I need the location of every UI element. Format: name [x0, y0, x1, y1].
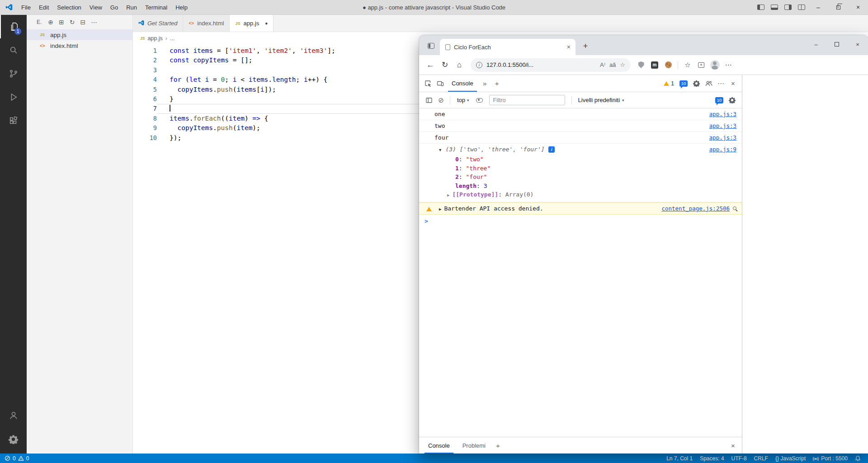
favorite-star-icon[interactable]: ☆: [620, 61, 625, 68]
messages-chip[interactable]: 10: [679, 80, 688, 87]
read-aloud-icon[interactable]: A⁾: [600, 61, 605, 68]
console-source-link[interactable]: app.js:3: [703, 122, 736, 129]
editor-tab-app.js[interactable]: JSapp.js●: [230, 15, 274, 32]
clear-console-icon[interactable]: ⊘: [435, 94, 447, 106]
edge-maximize-button[interactable]: [826, 36, 847, 52]
expand-arrow-icon[interactable]: ▶: [439, 207, 441, 211]
file-item-index.html[interactable]: <>index.html: [27, 40, 132, 51]
drawer-more-tools-icon[interactable]: +: [492, 440, 504, 452]
log-levels-selector[interactable]: Livelli predefiniti ▾: [575, 95, 628, 105]
console-source-link[interactable]: app.js:9: [703, 146, 736, 153]
vscode-restore-button[interactable]: [828, 0, 848, 15]
address-bar[interactable]: i 127.0.0.1:5500/i... A⁾ aã ☆: [471, 58, 631, 72]
vscode-minimize-button[interactable]: –: [808, 0, 828, 15]
notifications-bell-icon[interactable]: [855, 455, 861, 461]
console-settings-icon[interactable]: [726, 94, 738, 106]
warnings-chip[interactable]: 1: [664, 80, 674, 87]
extensions-activity-button[interactable]: [0, 109, 27, 132]
profile-avatar[interactable]: [708, 59, 721, 71]
context-selector[interactable]: top ▾: [454, 95, 472, 105]
editor-tab-index.html[interactable]: <>index.html: [183, 15, 230, 32]
new-folder-icon[interactable]: ⊞: [59, 19, 64, 26]
drawer-tab-problemi[interactable]: Problemi: [456, 437, 492, 454]
tab-console[interactable]: Console: [446, 75, 479, 92]
breadcrumb-file[interactable]: app.js: [147, 35, 162, 42]
console-source-link[interactable]: app.js:3: [703, 134, 736, 141]
drawer-close-icon[interactable]: ×: [727, 440, 739, 452]
source-control-activity-button[interactable]: [0, 62, 27, 85]
device-toolbar-icon[interactable]: [434, 77, 446, 89]
web-page-area[interactable]: [742, 75, 868, 454]
favorites-icon[interactable]: ☆: [681, 59, 694, 71]
drawer-tab-console[interactable]: Console: [422, 437, 456, 454]
menu-view[interactable]: View: [85, 0, 106, 14]
inspect-element-icon[interactable]: [422, 77, 434, 89]
devtools-close-icon[interactable]: ×: [727, 77, 739, 89]
new-file-icon[interactable]: ⊕: [48, 19, 53, 26]
new-tab-button[interactable]: +: [579, 40, 592, 52]
console-filter-input[interactable]: [489, 95, 565, 105]
file-item-app.js[interactable]: JSapp.js: [27, 29, 132, 40]
toggle-sidebar-icon[interactable]: [757, 5, 764, 10]
problems-status[interactable]: 0 0: [5, 455, 29, 462]
explorer-activity-button[interactable]: 1: [0, 15, 27, 38]
url-text[interactable]: 127.0.0.1:5500/i...: [486, 61, 596, 68]
refresh-button[interactable]: ↻: [438, 58, 452, 72]
tab-actions-button[interactable]: [425, 39, 437, 52]
browser-essentials-icon[interactable]: [635, 59, 647, 71]
status-utf-8[interactable]: UTF-8: [731, 455, 747, 462]
devtools-more-icon[interactable]: ⋯: [715, 77, 727, 89]
live-expression-icon[interactable]: [473, 94, 486, 106]
more-actions-icon[interactable]: ⋯: [91, 19, 97, 26]
back-button[interactable]: ←: [424, 58, 437, 72]
menu-selection[interactable]: Selection: [53, 0, 85, 14]
search-activity-button[interactable]: [0, 38, 27, 62]
settings-button[interactable]: [0, 427, 27, 451]
console-prompt-row[interactable]: >: [419, 215, 742, 228]
menu-run[interactable]: Run: [122, 0, 141, 14]
console-source-link[interactable]: content_page.js:2506: [661, 205, 730, 212]
menu-edit[interactable]: Edit: [35, 0, 53, 14]
cookie-extension-icon[interactable]: [662, 59, 675, 71]
edge-minimize-button[interactable]: –: [806, 36, 826, 52]
console-source-link[interactable]: app.js:3: [703, 111, 736, 117]
collapse-folders-icon[interactable]: ⊟: [80, 19, 86, 26]
run-debug-activity-button[interactable]: [0, 85, 27, 109]
collapse-arrow-icon[interactable]: ▼: [439, 148, 441, 152]
edge-close-button[interactable]: ×: [847, 36, 868, 52]
status-spaces-4[interactable]: Spaces: 4: [700, 455, 724, 462]
console-sidebar-icon[interactable]: [423, 94, 435, 106]
search-source-icon[interactable]: [733, 206, 736, 210]
expand-arrow-icon[interactable]: ▶: [447, 193, 449, 197]
vscode-close-button[interactable]: ×: [848, 0, 868, 15]
breadcrumb-more[interactable]: ...: [170, 35, 175, 42]
tab-close-icon[interactable]: ×: [566, 43, 572, 51]
collections-icon[interactable]: +: [695, 59, 708, 71]
status--javascript[interactable]: {} JavaScript: [775, 455, 806, 462]
unsaved-dot-icon[interactable]: ●: [265, 21, 268, 26]
add-tool-icon[interactable]: +: [491, 77, 503, 89]
menu-help[interactable]: Help: [171, 0, 192, 14]
status-crlf[interactable]: CRLF: [754, 455, 768, 462]
site-info-icon[interactable]: i: [476, 62, 482, 68]
settings-menu-icon[interactable]: ⋯: [722, 59, 735, 71]
extension-m-icon[interactable]: m: [648, 59, 661, 71]
editor-tab-get-started[interactable]: Get Started: [133, 15, 183, 32]
menu-go[interactable]: Go: [106, 0, 122, 14]
devtools-settings-icon[interactable]: [690, 77, 703, 89]
toolbar-messages-chip[interactable]: 10: [715, 97, 723, 103]
console-output[interactable]: oneapp.js:3twoapp.js:3fourapp.js:3▼(3) […: [419, 108, 742, 437]
browser-tab[interactable]: Ciclo ForEach ×: [440, 39, 576, 55]
translate-icon[interactable]: aã: [609, 61, 616, 68]
status-ln-7-col-1[interactable]: Ln 7, Col 1: [666, 455, 693, 462]
devtools-feedback-icon[interactable]: [703, 77, 715, 89]
account-button[interactable]: [0, 404, 27, 427]
toggle-panel-icon[interactable]: [771, 5, 778, 10]
refresh-explorer-icon[interactable]: ↻: [70, 19, 75, 26]
home-button[interactable]: ⌂: [453, 58, 466, 72]
toggle-secondary-sidebar-icon[interactable]: [784, 5, 792, 10]
menu-file[interactable]: File: [17, 0, 35, 14]
customize-layout-icon[interactable]: [798, 5, 805, 10]
menu-terminal[interactable]: Terminal: [141, 0, 171, 14]
status-port-5500[interactable]: Port : 5500: [813, 455, 848, 462]
